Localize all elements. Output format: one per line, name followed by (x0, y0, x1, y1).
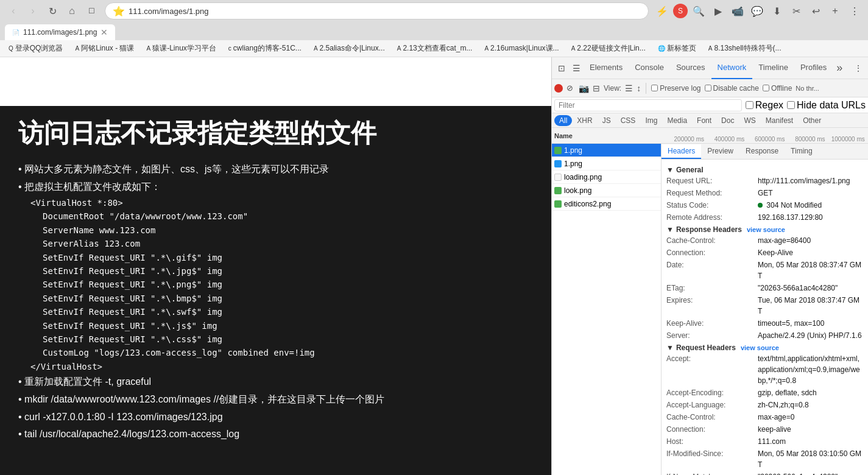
tab-console[interactable]: Console (629, 57, 670, 79)
forward-button[interactable]: › (24, 2, 41, 19)
file-item-1png-selected[interactable]: 1.png (552, 144, 661, 157)
view-source-link-1[interactable]: view source (747, 226, 785, 233)
refresh-button[interactable]: ↻ (44, 2, 61, 19)
type-js[interactable]: JS (598, 115, 616, 126)
tab-sources[interactable]: Sources (670, 57, 711, 79)
tab-network[interactable]: Network (711, 57, 753, 79)
bookmark-umask[interactable]: A 2.16umask|Linux课... (481, 42, 562, 55)
bookmark-qq[interactable]: Q 登录QQ浏览器 (5, 42, 66, 55)
file-item-look[interactable]: look.png (552, 184, 661, 197)
method-val: GET (758, 188, 773, 199)
play-icon[interactable]: ▶ (710, 2, 727, 19)
search-browser-icon[interactable]: 🔍 (690, 2, 707, 19)
tab-timeline[interactable]: Timeline (752, 57, 794, 79)
offline-checkbox[interactable] (763, 85, 769, 91)
type-css[interactable]: CSS (616, 115, 641, 126)
bookmark-cat[interactable]: A 2.13文档查看cat_m... (393, 42, 476, 55)
record-button[interactable] (554, 84, 563, 93)
bookmark-bar: Q 登录QQ浏览器 A 阿铭Linux - 猫课 A 猿课-Linux学习平台 … (0, 40, 868, 57)
webpage-text: • 网站大多元素为静态文件，如图片、css、js等，这些元素可以不用记录 • 把… (18, 161, 533, 443)
bookmark-hardlink[interactable]: A 2.22硬链接文件|Lin... (568, 42, 649, 55)
bookmark-label-newtab: 新标签页 (667, 43, 696, 54)
download-icon[interactable]: ⬇ (768, 2, 785, 19)
active-tab[interactable]: 📄 111.com/images/1.png ✕ (5, 24, 115, 40)
more-tabs-button[interactable]: » (833, 62, 846, 74)
extension-icon[interactable]: ⚡ (654, 2, 671, 19)
type-xhr[interactable]: XHR (572, 115, 597, 126)
stop-button[interactable]: ⊘ (566, 84, 575, 93)
text-line-9: SetEnvIf Request_URI ".*\.bmp$" img (43, 292, 533, 305)
status-key: Status Code: (666, 200, 758, 211)
text-line-5: ServerAlias 123.com (43, 237, 533, 250)
video-icon[interactable]: 📹 (729, 2, 746, 19)
bookmark-newtab[interactable]: 🌐 新标签页 (654, 42, 700, 55)
detail-tab-preview[interactable]: Preview (701, 144, 739, 159)
regex-option[interactable]: Regex (746, 100, 783, 111)
filter-input[interactable] (554, 99, 742, 111)
bookmark-favicon-qq: Q (9, 45, 13, 52)
file-icon-img (554, 147, 562, 154)
text-line-3: DocumentRoot "/data/wwwroot/www.123.com" (43, 209, 533, 223)
chat-icon[interactable]: 💬 (749, 2, 766, 19)
bookmark-shell[interactable]: A 8.13shell特殊符号(... (705, 42, 785, 55)
type-other[interactable]: Other (798, 115, 826, 126)
tab-button[interactable]: ☐ (83, 2, 100, 19)
view-list-button[interactable]: ☰ (625, 83, 633, 93)
disable-cache-checkbox[interactable] (705, 85, 711, 91)
bookmark-cwliang[interactable]: c cwliang的博客-51C... (225, 42, 305, 55)
request-headers-toggle[interactable]: ▼ (666, 343, 674, 352)
detail-tab-timing[interactable]: Timing (785, 144, 819, 159)
regex-checkbox[interactable] (746, 101, 753, 109)
view-group-button[interactable]: ↕ (637, 83, 641, 93)
detail-tab-response[interactable]: Response (739, 144, 785, 159)
tab-elements[interactable]: Elements (584, 57, 629, 79)
status-text: 304 Not Modified (766, 201, 822, 209)
text-line-16: • mkdir /data/wwwroot/www.123.com/images… (18, 391, 533, 409)
preserve-log-checkbox-label[interactable]: Preserve log (651, 84, 700, 93)
inspect-element-icon[interactable]: ⊡ (554, 61, 569, 76)
preserve-log-checkbox[interactable] (651, 85, 658, 91)
type-all[interactable]: All (554, 115, 572, 126)
cut-icon[interactable]: ✂ (788, 2, 805, 19)
add-tab-icon[interactable]: + (827, 2, 844, 19)
disable-cache-checkbox-label[interactable]: Disable cache (705, 84, 759, 93)
file-item-editicons[interactable]: editicons2.png (552, 197, 661, 211)
address-bar[interactable]: ⭐ 111.com/images/1.png (105, 2, 649, 19)
type-img[interactable]: Img (640, 115, 662, 126)
camera-button[interactable]: 📷 (579, 83, 589, 93)
profile-icon[interactable]: S (673, 4, 688, 18)
filter-toggle-button[interactable]: ⊟ (593, 83, 600, 93)
tab-profiles[interactable]: Profiles (794, 57, 833, 79)
type-manifest[interactable]: Manifest (761, 115, 798, 126)
general-toggle[interactable]: ▼ (666, 166, 674, 174)
file-item-1png-2[interactable]: 1.png (552, 157, 661, 171)
bookmark-favicon-cat: A (397, 45, 401, 52)
hide-data-option[interactable]: Hide data URLs (787, 100, 866, 111)
type-font[interactable]: Font (692, 115, 716, 126)
view-source-link-2[interactable]: view source (741, 344, 779, 351)
home-button[interactable]: ⌂ (63, 2, 80, 19)
hide-data-checkbox[interactable] (787, 101, 795, 109)
bookmark-aminux[interactable]: A 阿铭Linux - 猫课 (71, 42, 138, 55)
type-media[interactable]: Media (662, 115, 692, 126)
detail-tab-headers[interactable]: Headers (662, 144, 701, 159)
devtools-settings-icon[interactable]: ⋮ (851, 61, 866, 76)
connection2-val: keep-alive (758, 424, 791, 435)
tab-close-button[interactable]: ✕ (101, 27, 108, 37)
undo-icon[interactable]: ↩ (807, 2, 824, 19)
type-filter-bar: All XHR JS CSS Img Media Font Doc WS Man… (552, 113, 868, 128)
bookmark-label-cat: 2.13文档查看cat_m... (403, 43, 472, 54)
bookmark-yuanke[interactable]: A 猿课-Linux学习平台 (143, 42, 219, 55)
name-panel: 1.png 1.png loading.png lo (552, 144, 662, 475)
type-ws[interactable]: WS (739, 115, 760, 126)
more-icon[interactable]: ⋮ (846, 2, 863, 19)
bookmark-alias[interactable]: A 2.5alias命令|Linux... (310, 42, 389, 55)
response-headers-toggle[interactable]: ▼ (666, 225, 674, 234)
type-doc[interactable]: Doc (716, 115, 739, 126)
file-item-loading[interactable]: loading.png (552, 171, 661, 184)
text-line-7: SetEnvIf Request_URI ".*\.jpg$" img (43, 264, 533, 278)
back-button[interactable]: ‹ (5, 2, 22, 19)
offline-checkbox-label[interactable]: Offline (763, 84, 792, 93)
console-icon[interactable]: ☰ (569, 61, 584, 76)
text-line-15: • 重新加载配置文件 -t, graceful (18, 373, 533, 391)
